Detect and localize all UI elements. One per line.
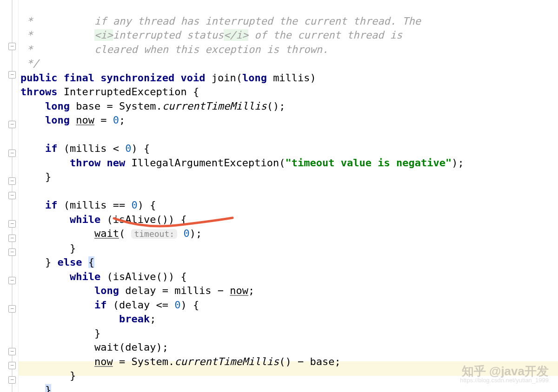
param-hint: timeout: [131,229,177,239]
fold-icon[interactable] [8,192,16,199]
var-decl-base: long base = System.currentTimeMillis(); [20,100,286,112]
javadoc-line: * <i>interrupted status</i> of the curre… [20,29,402,41]
fold-icon[interactable] [8,348,16,355]
var-decl-delay: long delay = millis − now; [20,285,254,296]
if-negative: if (millis < 0) { [20,143,150,154]
javadoc-line: * if any thread has interrupted the curr… [20,15,421,27]
code-editor[interactable]: * if any thread has interrupted the curr… [20,0,558,392]
while-alive: while (isAlive()) { [20,214,187,225]
fold-icon[interactable] [8,121,16,128]
fold-icon[interactable] [8,177,16,185]
brace-close: } [20,171,51,183]
if-zero: if (millis == 0) { [20,199,156,211]
fold-icon[interactable] [8,376,16,384]
if-delay: if (delay <= 0) { [20,299,199,311]
gutter [0,0,19,392]
fold-icon[interactable] [8,362,16,369]
while-alive: while (isAlive()) { [20,271,187,282]
fold-icon[interactable] [8,220,16,228]
fold-icon[interactable] [8,150,16,157]
wait-delay: wait(delay); [20,341,168,353]
brace-close: } [20,242,76,254]
fold-icon[interactable] [8,43,16,50]
throws-clause: throws InterruptedException { [20,86,199,98]
fold-icon[interactable] [8,277,16,284]
fold-icon[interactable] [8,248,16,256]
brace-close: } [20,370,76,381]
var-decl-now: long now = 0; [20,114,125,126]
fold-icon[interactable] [8,71,16,78]
break-statement: break; [20,313,156,325]
now-assign: now = System.currentTimeMillis() − base; [20,356,341,367]
javadoc-line: * cleared when this exception is thrown. [20,44,328,55]
fold-icon[interactable] [8,305,16,313]
method-signature: public final synchronized void join(long… [20,72,316,84]
wait-zero: wait( timeout: 0); [20,228,202,239]
brace-close: } [20,327,100,339]
throw-statement: throw new IllegalArgumentException("time… [20,157,464,169]
brace-close: } [20,384,51,392]
fold-icon[interactable] [8,235,16,242]
else-branch: } else { [20,256,94,268]
javadoc-end: */ [20,58,39,69]
